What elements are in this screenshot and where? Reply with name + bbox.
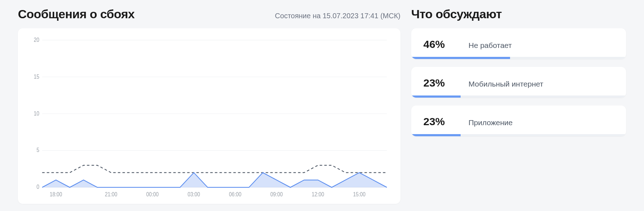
topic-label: Приложение [468,118,513,127]
svg-text:12:00: 12:00 [312,191,324,197]
svg-text:10: 10 [34,110,39,117]
status-text: Состояние на 15.07.2023 17:41 (МСК) [275,12,400,20]
chart-card: 0510152018:0021:0000:0003:0006:0009:0012… [18,28,400,204]
svg-text:15:00: 15:00 [353,191,366,197]
chart-plot: 0510152018:0021:0000:0003:0006:0009:0012… [28,37,390,200]
topic-label: Мобильный интернет [468,80,543,88]
svg-text:18:00: 18:00 [50,191,62,197]
topic-percent: 23% [423,77,456,89]
topic-percent: 46% [423,38,456,50]
chart-svg: 0510152018:0021:0000:0003:0006:0009:0012… [28,37,390,200]
svg-text:03:00: 03:00 [188,191,200,197]
topic-percent: 23% [423,116,456,128]
topic-bar-fill [411,134,461,136]
topic-bar-fill [411,95,461,98]
svg-text:06:00: 06:00 [229,191,241,197]
sidebar-title: Что обсуждают [411,7,626,21]
topic-bar-fill [411,57,510,59]
topic-card[interactable]: 46%Не работает [411,28,626,59]
svg-text:00:00: 00:00 [146,191,159,197]
svg-text:15: 15 [34,73,39,80]
topic-label: Не работает [468,41,512,50]
page-title: Сообщения о сбоях [18,7,135,21]
topic-card[interactable]: 23%Мобильный интернет [411,67,626,98]
baseline-line [42,165,387,173]
svg-text:21:00: 21:00 [105,191,117,197]
svg-text:0: 0 [37,184,39,190]
reports-line [42,173,387,187]
svg-text:09:00: 09:00 [270,191,283,197]
topics-list: 46%Не работает23%Мобильный интернет23%Пр… [411,28,626,144]
topic-card[interactable]: 23%Приложение [411,106,626,136]
svg-text:20: 20 [34,37,39,43]
svg-text:5: 5 [37,147,39,153]
